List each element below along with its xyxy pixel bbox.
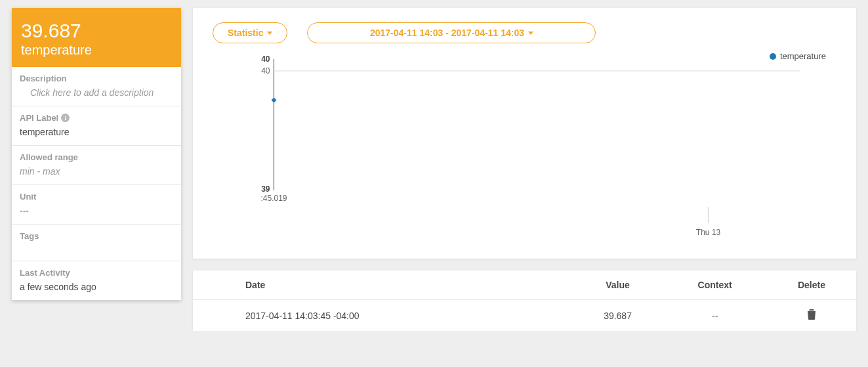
data-table-card: Date Value Context Delete 2017-04-11 14:… bbox=[193, 270, 856, 331]
col-value: Value bbox=[573, 270, 663, 300]
description-label: Description bbox=[20, 74, 173, 83]
col-context: Context bbox=[663, 270, 767, 300]
svg-text:40: 40 bbox=[261, 66, 270, 76]
variable-header: 39.687 temperature bbox=[12, 8, 181, 67]
api-label-label: API Label i bbox=[20, 113, 173, 123]
legend-series-label: temperature bbox=[780, 51, 826, 61]
last-activity-section: Last Activity a few seconds ago bbox=[12, 261, 181, 300]
variable-current-value: 39.687 bbox=[21, 20, 172, 41]
tags-label: Tags bbox=[20, 231, 173, 241]
table-header-row: Date Value Context Delete bbox=[193, 270, 856, 300]
chart-area: temperature 40 40 39 :45.019 bbox=[213, 53, 837, 249]
chart-legend: temperature bbox=[770, 51, 826, 61]
daterange-dropdown[interactable]: 2017-04-11 14:03 - 2017-04-11 14:03 bbox=[307, 22, 596, 43]
api-label-value[interactable]: temperature bbox=[20, 127, 173, 137]
api-label-section: API Label i temperature bbox=[12, 106, 181, 146]
main-column: Statistic 2017-04-11 14:03 - 2017-04-11 … bbox=[193, 8, 856, 331]
allowed-range-label: Allowed range bbox=[20, 152, 173, 162]
svg-marker-5 bbox=[272, 98, 277, 103]
table-row: 2017-04-11 14:03:45 -04:0039.687-- bbox=[193, 300, 856, 332]
legend-dot-icon bbox=[770, 53, 776, 60]
tags-section: Tags bbox=[12, 225, 181, 261]
svg-text::45.019: :45.019 bbox=[260, 194, 287, 203]
statistic-dropdown[interactable]: Statistic bbox=[213, 22, 287, 43]
allowed-range-section: Allowed range min - max bbox=[12, 146, 181, 185]
svg-text:Thu 13: Thu 13 bbox=[696, 228, 721, 237]
data-table: Date Value Context Delete 2017-04-11 14:… bbox=[193, 270, 856, 331]
unit-value[interactable]: --- bbox=[20, 205, 173, 216]
api-label-text: API Label bbox=[20, 113, 58, 123]
cell-delete bbox=[767, 300, 856, 332]
variable-sidebar: 39.687 temperature Description Click her… bbox=[12, 8, 181, 300]
chart-toolbar: Statistic 2017-04-11 14:03 - 2017-04-11 … bbox=[213, 22, 837, 43]
statistic-label: Statistic bbox=[228, 28, 263, 38]
trash-icon bbox=[807, 309, 816, 322]
cell-date: 2017-04-11 14:03:45 -04:00 bbox=[193, 300, 573, 332]
chart-svg: 40 40 39 :45.019 Thu 13 bbox=[213, 53, 837, 249]
last-activity-label: Last Activity bbox=[20, 268, 173, 278]
daterange-label: 2017-04-11 14:03 - 2017-04-11 14:03 bbox=[370, 28, 524, 38]
cell-context: -- bbox=[663, 300, 767, 332]
cell-value: 39.687 bbox=[573, 300, 663, 332]
chevron-down-icon bbox=[528, 32, 533, 35]
unit-label: Unit bbox=[20, 192, 173, 202]
allowed-range-value[interactable]: min - max bbox=[20, 166, 173, 177]
info-icon[interactable]: i bbox=[61, 114, 70, 122]
description-section: Description Click here to add a descript… bbox=[12, 67, 181, 106]
variable-name: temperature bbox=[21, 43, 172, 58]
svg-text:39: 39 bbox=[261, 184, 270, 194]
chevron-down-icon bbox=[267, 32, 272, 35]
chart-card: Statistic 2017-04-11 14:03 - 2017-04-11 … bbox=[193, 8, 856, 259]
col-date: Date bbox=[193, 270, 573, 300]
unit-section: Unit --- bbox=[12, 185, 181, 225]
description-input[interactable]: Click here to add a description bbox=[20, 87, 173, 98]
col-delete: Delete bbox=[767, 270, 856, 300]
svg-text:40: 40 bbox=[261, 54, 270, 64]
delete-button[interactable] bbox=[807, 309, 816, 322]
last-activity-value: a few seconds ago bbox=[20, 282, 173, 292]
